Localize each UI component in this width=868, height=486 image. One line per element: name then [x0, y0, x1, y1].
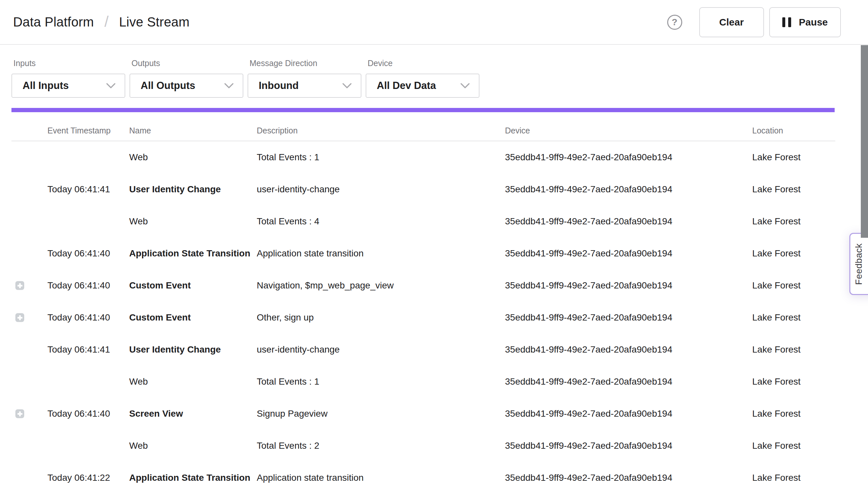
cell-name: Web — [129, 152, 148, 162]
cell-timestamp: Today 06:41:40 — [48, 408, 110, 419]
cell-description: Total Events : 2 — [257, 441, 319, 451]
cell-location: Lake Forest — [752, 184, 801, 194]
table-row[interactable]: Today 06:41:41 User Identity Change user… — [0, 173, 868, 205]
cell-location: Lake Forest — [752, 441, 801, 451]
cell-description: Other, sign up — [257, 312, 314, 323]
table-header: Event Timestamp Name Description Device … — [0, 112, 868, 141]
table-row[interactable]: Today 06:41:22 Application State Transit… — [0, 462, 868, 486]
filter-label-device: Device — [366, 58, 479, 68]
message-direction-select[interactable]: Inbound — [248, 73, 362, 98]
cell-description: Signup Pageview — [257, 408, 328, 419]
column-header-event-timestamp: Event Timestamp — [48, 126, 111, 135]
table-row[interactable]: Web Total Events : 1 35eddb41-9ff9-49e2-… — [0, 141, 868, 173]
table-row[interactable]: Web Total Events : 2 35eddb41-9ff9-49e2-… — [0, 430, 868, 462]
message-direction-selected-value: Inbound — [259, 80, 299, 92]
cell-location: Lake Forest — [752, 376, 801, 387]
cell-name: Web — [129, 376, 148, 387]
cell-device: 35eddb41-9ff9-49e2-7aed-20afa90eb194 — [505, 408, 673, 419]
column-header-device: Device — [505, 126, 530, 135]
cell-device: 35eddb41-9ff9-49e2-7aed-20afa90eb194 — [505, 248, 673, 259]
feedback-tab-label: Feedback — [854, 243, 864, 285]
header-actions: ? Clear Pause — [667, 7, 841, 37]
cell-name: Screen View — [129, 408, 183, 419]
filter-group-message-direction: Message Direction Inbound — [248, 58, 362, 98]
column-header-name: Name — [129, 126, 151, 135]
outputs-selected-value: All Outputs — [141, 80, 195, 92]
device-select[interactable]: All Dev Data — [366, 73, 479, 98]
filter-group-inputs: Inputs All Inputs — [11, 58, 125, 98]
cell-timestamp: Today 06:41:40 — [48, 312, 110, 323]
pause-button[interactable]: Pause — [769, 7, 841, 37]
cell-name: User Identity Change — [129, 344, 221, 355]
breadcrumb-item-data-platform[interactable]: Data Platform — [13, 15, 94, 29]
cell-device: 35eddb41-9ff9-49e2-7aed-20afa90eb194 — [505, 473, 673, 483]
cell-timestamp: Today 06:41:40 — [48, 248, 110, 259]
feedback-tab[interactable]: Feedback — [849, 233, 868, 295]
chevron-down-icon — [106, 83, 116, 89]
cell-device: 35eddb41-9ff9-49e2-7aed-20afa90eb194 — [505, 344, 673, 355]
expand-button[interactable] — [16, 409, 24, 418]
inputs-select[interactable]: All Inputs — [11, 73, 125, 98]
cell-description: Total Events : 4 — [257, 216, 319, 226]
table-row[interactable]: Today 06:41:41 User Identity Change user… — [0, 334, 868, 366]
clear-button-label: Clear — [719, 17, 744, 28]
table-row[interactable]: Today 06:41:40 Custom Event Other, sign … — [0, 302, 868, 334]
table-row[interactable]: Today 06:41:40 Application State Transit… — [0, 238, 868, 270]
cell-location: Lake Forest — [752, 152, 801, 162]
table-row[interactable]: Web Total Events : 4 35eddb41-9ff9-49e2-… — [0, 205, 868, 238]
filter-label-message-direction: Message Direction — [248, 58, 362, 68]
cell-location: Lake Forest — [752, 280, 801, 291]
cell-location: Lake Forest — [752, 344, 801, 355]
cell-name: Web — [129, 441, 148, 451]
cell-description: Application state transition — [257, 248, 364, 259]
chevron-down-icon — [461, 83, 470, 89]
cell-location: Lake Forest — [752, 408, 801, 419]
help-icon[interactable]: ? — [667, 15, 682, 30]
filters-bar: Inputs All Inputs Outputs All Outputs Me… — [0, 45, 868, 98]
cell-device: 35eddb41-9ff9-49e2-7aed-20afa90eb194 — [505, 312, 673, 323]
cell-location: Lake Forest — [752, 248, 801, 259]
outputs-select[interactable]: All Outputs — [129, 73, 243, 98]
device-selected-value: All Dev Data — [377, 80, 436, 92]
cell-name: Web — [129, 216, 148, 226]
event-table-body: Web Total Events : 1 35eddb41-9ff9-49e2-… — [0, 141, 868, 486]
cell-name: Custom Event — [129, 312, 191, 323]
cell-device: 35eddb41-9ff9-49e2-7aed-20afa90eb194 — [505, 216, 673, 226]
cell-name: Application State Transition — [129, 248, 250, 259]
cell-description: Navigation, $mp_web_page_view — [257, 280, 394, 291]
table-row[interactable]: Today 06:41:40 Custom Event Navigation, … — [0, 270, 868, 302]
cell-location: Lake Forest — [752, 473, 801, 483]
chevron-down-icon — [342, 83, 351, 89]
table-row[interactable]: Web Total Events : 1 35eddb41-9ff9-49e2-… — [0, 366, 868, 398]
filter-label-outputs: Outputs — [129, 58, 243, 68]
expand-button[interactable] — [16, 281, 24, 290]
cell-description: Total Events : 1 — [257, 376, 319, 387]
pause-icon — [782, 17, 791, 27]
cell-device: 35eddb41-9ff9-49e2-7aed-20afa90eb194 — [505, 152, 673, 162]
cell-device: 35eddb41-9ff9-49e2-7aed-20afa90eb194 — [505, 441, 673, 451]
cell-name: Application State Transition — [129, 473, 250, 483]
cell-description: user-identity-change — [257, 184, 340, 194]
expand-button[interactable] — [16, 313, 24, 322]
cell-name: Custom Event — [129, 280, 191, 291]
breadcrumb-separator: / — [104, 13, 108, 30]
cell-description: Application state transition — [257, 473, 364, 483]
pause-button-label: Pause — [799, 17, 828, 28]
cell-device: 35eddb41-9ff9-49e2-7aed-20afa90eb194 — [505, 184, 673, 194]
cell-name: User Identity Change — [129, 184, 221, 194]
live-stream-progress-bar — [11, 108, 835, 112]
table-row[interactable]: Today 06:41:40 Screen View Signup Pagevi… — [0, 398, 868, 430]
breadcrumb: Data Platform / Live Stream — [13, 13, 190, 31]
cell-device: 35eddb41-9ff9-49e2-7aed-20afa90eb194 — [505, 280, 673, 291]
inputs-selected-value: All Inputs — [23, 80, 69, 92]
filter-group-outputs: Outputs All Outputs — [129, 58, 243, 98]
cell-description: Total Events : 1 — [257, 152, 319, 162]
filter-group-device: Device All Dev Data — [366, 58, 479, 98]
cell-location: Lake Forest — [752, 312, 801, 323]
vertical-scrollbar-thumb[interactable] — [861, 45, 868, 238]
filter-label-inputs: Inputs — [11, 58, 125, 68]
clear-button[interactable]: Clear — [699, 7, 764, 37]
cell-location: Lake Forest — [752, 216, 801, 226]
breadcrumb-item-live-stream: Live Stream — [119, 15, 190, 29]
cell-device: 35eddb41-9ff9-49e2-7aed-20afa90eb194 — [505, 376, 673, 387]
